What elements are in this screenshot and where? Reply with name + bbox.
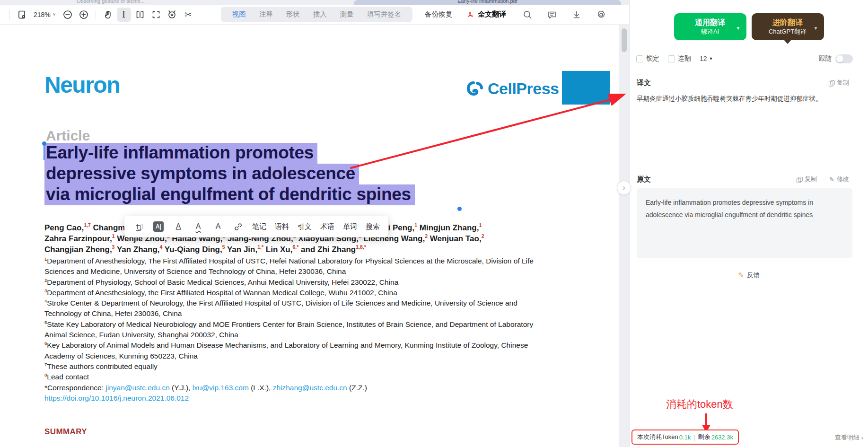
correspondence-line[interactable]: *Correspondence: jinyan@ustc.edu.cn (Y.J…	[44, 383, 555, 393]
selection-start-stem	[44, 145, 44, 160]
font-size-select[interactable]: 12 ▼	[700, 55, 713, 62]
token-annotation-text: 消耗的token数	[666, 397, 733, 412]
general-translate-title: 通用翻译	[695, 18, 725, 27]
cellpress-logo-icon	[466, 80, 484, 98]
edit-source-button[interactable]: ✎ 修改	[829, 175, 849, 184]
pdf-icon	[466, 10, 474, 18]
menu-view[interactable]: 视图	[226, 9, 253, 20]
affiliations-block: 1Department of Anesthesiology, The First…	[44, 256, 555, 403]
pencil-icon: ✎	[738, 271, 744, 280]
affiliation-line: 1Department of Anesthesiology, The First…	[44, 256, 555, 277]
fullscreen-icon[interactable]	[149, 8, 163, 22]
search-icon[interactable]	[520, 8, 535, 22]
strikethrough-icon[interactable]: A	[212, 221, 224, 232]
affiliation-line: 7These authors contributed equally	[44, 361, 555, 372]
settings-gear-icon[interactable]	[594, 8, 608, 22]
tab-active-document[interactable]: Early-life inflammation.pdf	[354, 0, 621, 5]
translation-actions: 复制	[828, 79, 849, 87]
tab-background-document[interactable]: Observing gesture of techni...	[77, 0, 195, 4]
copy-source-button[interactable]: 复制	[796, 175, 817, 184]
continuous-label: 连翻	[678, 54, 691, 63]
cellpress-logo-text: CellPress	[488, 79, 559, 98]
translation-heading: 译文	[637, 79, 651, 88]
download-icon[interactable]	[570, 8, 584, 22]
text-select-tool[interactable]: I	[117, 8, 131, 22]
follow-toggle[interactable]	[835, 54, 853, 63]
menu-measure[interactable]: 测量	[333, 9, 360, 20]
toolbar-divider	[9, 10, 10, 19]
affiliation-line: 3Department of Anesthesiology, the First…	[44, 288, 555, 298]
full-text-translate-label: 全文翻译	[478, 10, 506, 19]
citation-button[interactable]: 引文	[298, 222, 312, 231]
document-viewport[interactable]: Neuron CellPress Article Early-life infl…	[0, 25, 629, 447]
affiliation-line: 2Department of Physiology, School of Bas…	[44, 277, 555, 288]
lock-label: 锁定	[646, 54, 659, 63]
affiliation-line: 5State Key Laboratory of Medical Neurobi…	[44, 319, 555, 341]
title-line-3: via microglial engulfment of dendritic s…	[44, 184, 415, 205]
hand-tool-icon[interactable]	[101, 8, 115, 22]
source-actions: 复制 ✎ 修改	[796, 175, 849, 184]
copy-icon	[829, 80, 834, 85]
token-consumed-value: 0.1k	[679, 434, 691, 441]
underline-icon[interactable]: A	[173, 221, 184, 232]
advanced-translate-button[interactable]: 进阶翻译 ChatGPT翻译 ▼	[752, 13, 824, 40]
main-toolbar: 218% ˅ I ✂ 视图 注释 形状 插入 测量 填写并签名	[0, 5, 629, 25]
view-details-link[interactable]: 查看明细 ›	[835, 433, 863, 442]
author-line: Changjian Zheng,3 Yan Zhang,4 Yu-Qiang D…	[44, 244, 560, 255]
scrollbar-track[interactable]	[619, 25, 629, 447]
menu-fill-sign[interactable]: 填写并签名	[360, 9, 408, 20]
doi-link[interactable]: https://doi.org/10.1016/j.neuron.2021.06…	[44, 393, 555, 403]
link-icon[interactable]	[232, 221, 244, 232]
squiggly-underline-icon[interactable]: A	[193, 221, 204, 232]
ribbon-menu: 视图 注释 形状 插入 测量 填写并签名	[221, 7, 413, 22]
affiliation-line: 4Stroke Center & Department of Neurology…	[44, 298, 555, 319]
checkbox-icon	[668, 55, 675, 62]
zoom-level-select[interactable]: 218% ˅	[34, 11, 56, 18]
menu-annotate[interactable]: 注释	[253, 9, 280, 20]
selection-end-handle[interactable]	[457, 207, 462, 211]
continuous-translate-checkbox[interactable]: 连翻	[668, 54, 691, 63]
general-translate-button[interactable]: 通用翻译 鲸译AI ▼	[674, 13, 746, 40]
search-button[interactable]: 搜索	[366, 222, 380, 231]
copy-icon[interactable]	[133, 221, 144, 232]
follow-control: 跟随	[819, 54, 853, 63]
tab-active-label: Early-life inflammation.pdf	[354, 0, 621, 4]
cellpress-logo: CellPress	[466, 79, 559, 98]
panel-collapse-button[interactable]: ›	[617, 181, 631, 195]
panel-controls-row: 锁定 连翻 12 ▼ 跟随	[630, 53, 868, 64]
pencil-icon: ✎	[829, 176, 834, 183]
note-button[interactable]: 笔记	[252, 222, 266, 231]
word-button[interactable]: 单词	[343, 222, 357, 231]
general-translate-subtitle: 鲸译AI	[701, 28, 719, 35]
menu-shapes[interactable]: 形状	[280, 9, 307, 20]
menu-insert[interactable]: 插入	[307, 9, 333, 20]
advanced-translate-title: 进阶翻译	[772, 18, 803, 27]
token-separator: |	[692, 434, 697, 441]
zoom-out-button[interactable]	[61, 8, 75, 22]
zoom-in-button[interactable]	[77, 8, 91, 22]
page-view-icon[interactable]	[15, 8, 29, 22]
affiliation-line: 8Lead contact	[44, 372, 555, 382]
title-line-1: Early-life inflammation promotes	[44, 143, 317, 164]
feedback-label: 反馈	[747, 271, 760, 280]
token-remaining-prefix: 剩余	[698, 433, 710, 441]
selection-floating-toolbar: A| A A A 笔记 语料 引文 术语 单词 搜索	[124, 216, 388, 237]
full-text-translate-button[interactable]: 全文翻译	[466, 10, 506, 19]
backup-restore-button[interactable]: 备份恢复	[425, 10, 452, 19]
copy-translation-button[interactable]: 复制	[828, 79, 849, 87]
highlight-text-icon[interactable]: A|	[153, 221, 164, 232]
lock-checkbox[interactable]: 锁定	[636, 54, 659, 63]
feedback-button[interactable]: ✎ 反馈	[630, 271, 868, 280]
two-page-view-icon[interactable]	[133, 8, 147, 22]
terminology-button[interactable]: 术语	[320, 222, 334, 231]
corpus-button[interactable]: 语料	[275, 222, 289, 231]
follow-label: 跟随	[819, 54, 832, 63]
eye-icon[interactable]	[165, 8, 179, 22]
comment-icon[interactable]	[545, 8, 559, 22]
scrollbar-thumb[interactable]	[622, 28, 627, 52]
snapshot-scissors-icon[interactable]: ✂	[181, 8, 195, 22]
source-text-box[interactable]: Early-life inflammation promotes depress…	[637, 188, 852, 258]
paper-title: Early-life inflammation promotes depress…	[44, 143, 415, 205]
source-heading: 原文	[637, 175, 651, 184]
chevron-down-icon: ▼	[709, 56, 713, 61]
